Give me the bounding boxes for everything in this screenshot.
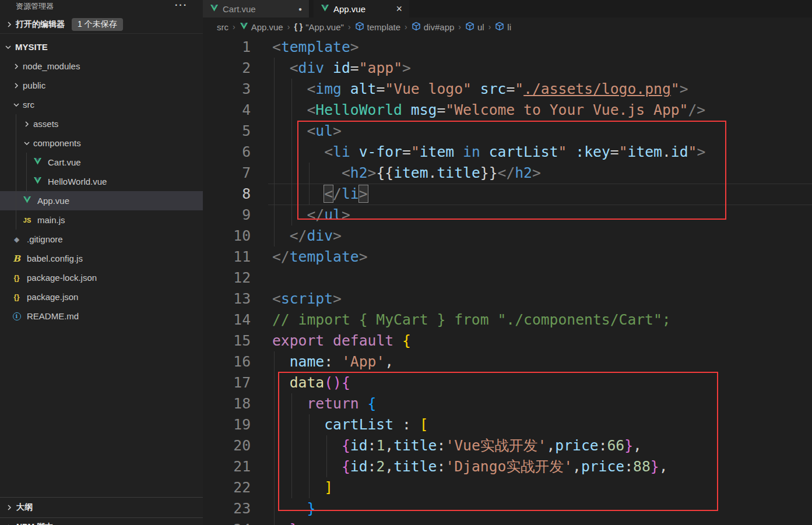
tree-item-label: Cart.vue	[48, 157, 81, 167]
npm-scripts-label: NPM 脚本	[16, 522, 53, 525]
tab-cart-vue[interactable]: Cart.vue●	[203, 0, 309, 17]
breadcrumb-item-ul[interactable]: ul	[465, 22, 484, 33]
breadcrumb-item-template[interactable]: template	[355, 22, 401, 33]
line-number: 17	[203, 372, 251, 393]
close-tab-icon[interactable]: ×	[396, 3, 402, 14]
line-number: 7	[203, 163, 251, 184]
workspace-name: MYSITE	[15, 42, 48, 52]
code-line-17[interactable]: data(){	[272, 372, 705, 393]
breadcrumb-separator-icon: ›	[348, 22, 351, 31]
code-line-6[interactable]: <li v-for="item in cartList" :key="item.…	[272, 142, 705, 163]
file-tree: node_modulespublicsrcassetscomponentsCar…	[0, 57, 203, 326]
tree-indent-guide	[26, 153, 27, 191]
code-line-14[interactable]: // import { MyCart } from "./components/…	[272, 309, 705, 330]
breadcrumb-item-src[interactable]: src	[217, 22, 229, 32]
code-content[interactable]: <template> <div id="app"> <img alt="Vue …	[272, 37, 705, 525]
tree-file--gitignore[interactable]: ◆.gitignore	[0, 230, 203, 249]
line-number: 18	[203, 393, 251, 414]
tree-folder-public[interactable]: public	[0, 76, 203, 95]
code-line-21[interactable]: {id:2,title:'Django实战开发',price:88},	[272, 456, 705, 477]
chevron-right-icon	[12, 62, 21, 71]
tree-item-label: README.md	[27, 311, 79, 321]
symbol-element-icon	[495, 22, 504, 33]
code-line-20[interactable]: {id:1,title:'Vue实战开发',price:66},	[272, 435, 705, 456]
code-line-24[interactable]: }	[272, 519, 705, 525]
json-file-icon: {}	[13, 293, 19, 301]
vue-logo-icon	[33, 157, 42, 167]
code-line-7[interactable]: <h2>{{item.title}}</h2>	[272, 163, 705, 184]
line-number: 13	[203, 288, 251, 309]
tab-label: App.vue	[333, 4, 365, 14]
breadcrumb-item-li[interactable]: li	[495, 22, 511, 33]
tree-file-readme-md[interactable]: iREADME.md	[0, 306, 203, 326]
code-line-15[interactable]: export default {	[272, 330, 705, 351]
code-line-19[interactable]: cartList : [	[272, 414, 705, 435]
line-number: 8	[203, 184, 251, 205]
tree-item-label: package-lock.json	[27, 273, 97, 283]
tree-file-app-vue[interactable]: App.vue	[0, 191, 203, 210]
workspace-root-mysite[interactable]: MYSITE	[0, 37, 203, 57]
more-actions-icon[interactable]: ···	[175, 0, 188, 10]
tree-item-label: HelloWorld.vue	[48, 177, 107, 186]
tree-file-helloworld-vue[interactable]: HelloWorld.vue	[0, 172, 203, 191]
tree-item-label: App.vue	[37, 196, 69, 206]
code-line-5[interactable]: <ul>	[272, 121, 705, 142]
chevron-down-icon	[22, 139, 31, 148]
open-editors-section[interactable]: 打开的编辑器 1 个未保存	[0, 16, 203, 34]
chevron-right-icon	[5, 523, 14, 525]
code-line-1[interactable]: <template>	[272, 37, 705, 58]
vue-logo-icon	[321, 4, 329, 14]
tree-folder-src[interactable]: src	[0, 95, 203, 114]
breadcrumb-label: App.vue	[251, 22, 283, 32]
line-number: 15	[203, 330, 251, 351]
outline-section[interactable]: 大纲	[0, 497, 203, 517]
code-line-23[interactable]: }	[272, 498, 705, 519]
npm-scripts-section[interactable]: NPM 脚本	[0, 517, 203, 525]
code-line-22[interactable]: ]	[272, 477, 705, 498]
code-line-16[interactable]: name: 'App',	[272, 351, 705, 372]
tree-item-label: src	[23, 100, 34, 110]
tree-file-package-lock-json[interactable]: {}package-lock.json	[0, 268, 203, 287]
tree-file-cart-vue[interactable]: Cart.vue	[0, 153, 203, 172]
line-number: 16	[203, 351, 251, 372]
tree-item-label: package.json	[27, 292, 78, 302]
tree-item-label: public	[23, 80, 45, 90]
breadcrumb-separator-icon: ›	[458, 22, 461, 31]
tree-folder-components[interactable]: components	[0, 133, 203, 153]
tree-item-label: .gitignore	[27, 234, 63, 244]
symbol-file-icon: { }	[294, 22, 303, 31]
breadcrumb-item-app.vue[interactable]: App.vue	[240, 22, 283, 32]
code-line-11[interactable]: </template>	[272, 246, 705, 267]
line-number: 20	[203, 435, 251, 456]
code-editor[interactable]: 123456789101112131415161718192021222324 …	[203, 36, 812, 525]
explorer-title: 资源管理器	[16, 1, 54, 12]
code-line-3[interactable]: <img alt="Vue logo" src="./assets/logo.p…	[272, 79, 705, 100]
tree-file-package-json[interactable]: {}package.json	[0, 287, 203, 306]
tab-app-vue[interactable]: App.vue×	[314, 0, 409, 17]
line-number: 6	[203, 142, 251, 163]
code-line-18[interactable]: return {	[272, 393, 705, 414]
line-number: 4	[203, 100, 251, 121]
code-line-9[interactable]: </ul>	[272, 205, 705, 225]
code-line-10[interactable]: </div>	[272, 225, 705, 246]
code-line-12[interactable]	[272, 267, 705, 288]
code-line-4[interactable]: <HelloWorld msg="Welcome to Your Vue.js …	[272, 100, 705, 121]
code-line-2[interactable]: <div id="app">	[272, 58, 705, 79]
line-number: 23	[203, 498, 251, 519]
line-number: 5	[203, 121, 251, 142]
symbol-element-icon	[465, 22, 474, 33]
line-number: 21	[203, 456, 251, 477]
tree-folder-node-modules[interactable]: node_modules	[0, 57, 203, 76]
breadcrumb-item-app.vue[interactable]: { }"App.vue"	[294, 22, 344, 32]
readme-info-icon: i	[13, 312, 21, 320]
code-line-13[interactable]: <script>	[272, 288, 705, 309]
breadcrumb-label: li	[507, 22, 511, 32]
tree-folder-assets[interactable]: assets	[0, 114, 203, 133]
tree-file-main-js[interactable]: JSmain.js	[0, 210, 203, 230]
code-line-8[interactable]: </li>	[272, 184, 705, 205]
breadcrumb-item-div#app[interactable]: div#app	[412, 22, 455, 33]
breadcrumb-label: ul	[477, 22, 484, 32]
modified-dot-icon[interactable]: ●	[298, 6, 302, 12]
tree-file-babel-config-js[interactable]: Bbabel.config.js	[0, 249, 203, 268]
vue-logo-icon	[210, 4, 219, 14]
